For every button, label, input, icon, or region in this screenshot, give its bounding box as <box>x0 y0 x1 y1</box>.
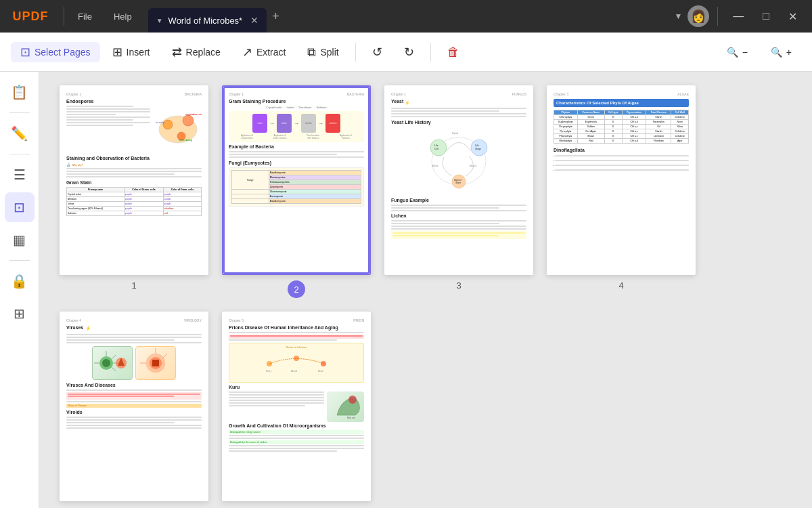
svg-point-37 <box>321 361 326 366</box>
page-content-1: Chapter 1BACTERIA Endospores <box>66 92 202 268</box>
insert-button[interactable]: ⊞ Insert <box>103 42 160 62</box>
svg-text:Life: Life <box>434 144 438 147</box>
titlebar: UPDF File Help ▼ World of Microbes* ✕ + … <box>0 0 812 33</box>
rotate-left-button[interactable]: ↺ <box>363 42 392 62</box>
rotate-right-icon: ↻ <box>404 46 414 58</box>
zoom-in-icon: 🔍 <box>771 47 782 58</box>
svg-text:Meiosis: Meiosis <box>470 165 477 167</box>
sidebar-sep-1 <box>9 112 30 113</box>
split-button[interactable]: ⧉ Split <box>298 42 348 62</box>
page-title-1: Endospores <box>66 99 202 104</box>
zoom-out-label: − <box>742 47 748 58</box>
page-header-1: Chapter 1BACTERIA <box>66 92 202 96</box>
page-frame-2[interactable]: Chapter 1BACTERIA Gram Staining Procedur… <box>222 85 371 275</box>
viroids-title: Viroids <box>66 410 202 415</box>
titlebar-right-divider <box>717 7 718 26</box>
svg-text:Diploid: Diploid <box>452 132 459 135</box>
algae-table: Phylum Common Name Cell type Pigmentatio… <box>554 110 689 144</box>
svg-line-24 <box>112 355 116 359</box>
page-header-6: Chapter 5PRION <box>229 318 364 322</box>
dinoflagellata-title: Dinoflagellata <box>554 148 689 152</box>
maximize-button[interactable]: □ <box>756 10 776 22</box>
page-frame-3[interactable]: Chapter 1FUNGUS Yeast ⚡ Yeast Life Histo… <box>384 85 533 275</box>
page-number-2: 2 <box>288 280 305 298</box>
avatar[interactable]: 👩 <box>687 5 709 27</box>
page-frame-1[interactable]: Chapter 1BACTERIA Endospores <box>60 85 208 275</box>
active-tab[interactable]: ▼ World of Microbes* ✕ <box>148 8 267 33</box>
zoom-in-label: + <box>786 47 792 58</box>
svg-text:Cell: Cell <box>434 148 438 150</box>
sidebar-layout-icon[interactable]: ▦ <box>5 225 35 255</box>
sidebar-list-icon[interactable]: ☰ <box>5 160 35 190</box>
page-frame-4[interactable]: Chapter 3ALGAE Characteristics Of Select… <box>547 85 696 275</box>
tab-close-button[interactable]: ✕ <box>250 15 258 26</box>
viruses-diseases-title: Viruses And Diseases <box>66 383 202 387</box>
insert-label: Insert <box>127 47 150 58</box>
extract-label: Extract <box>256 47 286 58</box>
sidebar-pages-icon[interactable]: ⊡ <box>5 192 35 222</box>
left-sidebar: 📋 ✏️ ☰ ⊡ ▦ 🔒 ⊞ <box>0 72 39 508</box>
page-thumb-1[interactable]: Chapter 1BACTERIA Endospores <box>60 85 208 298</box>
sidebar-sep-3 <box>9 260 30 261</box>
sidebar-table-icon[interactable]: ⊞ <box>5 299 35 329</box>
menu-help[interactable]: Help <box>103 0 143 33</box>
page-content-2: Chapter 1BACTERIA Gram Staining Procedur… <box>229 92 364 268</box>
svg-point-1 <box>183 115 194 126</box>
delete-button[interactable]: 🗑 <box>438 42 469 62</box>
page-title-4: Characteristics Of Selected Phyla Of Alg… <box>556 101 686 105</box>
page-content-3: Chapter 1FUNGUS Yeast ⚡ Yeast Life Histo… <box>391 92 526 268</box>
close-window-button[interactable]: ✕ <box>782 10 804 23</box>
tab-add-button[interactable]: + <box>272 9 279 24</box>
sidebar-sep-2 <box>9 154 30 154</box>
main-layout: 📋 ✏️ ☰ ⊡ ▦ 🔒 ⊞ Chapter 1BACTERIA Endospo… <box>0 72 812 508</box>
svg-line-26 <box>112 367 116 371</box>
rotate-right-button[interactable]: ↻ <box>394 42 424 62</box>
yeast-history-title: Yeast Life History <box>391 120 526 125</box>
page-thumb-2[interactable]: Chapter 1BACTERIA Gram Staining Procedur… <box>222 85 371 298</box>
svg-text:Entry: Entry <box>266 370 271 373</box>
toolbar: ⊡ Select Pages ⊞ Insert ⇄ Replace ↗ Extr… <box>0 33 812 72</box>
svg-text:State: State <box>455 182 461 184</box>
toolbar-right: 🔍 − 🔍 + <box>717 43 801 62</box>
zoom-in-button[interactable]: 🔍 + <box>761 43 801 62</box>
replace-icon: ⇄ <box>172 46 182 58</box>
tab-list-arrow[interactable]: ▼ <box>674 12 682 21</box>
sidebar-seal-icon[interactable]: 🔒 <box>5 266 35 296</box>
section-title-1a: Staining and Observation of Bacteria <box>66 156 202 161</box>
page-title-6: Prions Disease Of Human Inheritance And … <box>229 325 364 330</box>
page-header-3: Chapter 1FUNGUS <box>391 92 526 96</box>
page-content-6: Chapter 5PRION Prions Disease Of Human I… <box>229 318 364 494</box>
menu-file[interactable]: File <box>67 0 103 33</box>
page-frame-6[interactable]: Chapter 5PRION Prions Disease Of Human I… <box>222 312 371 501</box>
kuru-title: Kuru <box>229 385 364 389</box>
page-title-2: Gram Staining Procedure <box>229 99 364 104</box>
extract-icon: ↗ <box>242 46 252 58</box>
growth-cultivation-title: Growth And Cultivation Of Microorganisms <box>229 423 364 428</box>
page-number-3: 3 <box>456 280 461 291</box>
svg-text:Life: Life <box>475 144 479 147</box>
example-bacteria-title: Example of Bacteria <box>229 144 364 149</box>
page-frame-5[interactable]: Chapter 4VIROLOGY Viruses ⚡ <box>60 312 208 501</box>
page-thumb-5[interactable]: Chapter 4VIROLOGY Viruses ⚡ <box>60 312 208 508</box>
page-number-4: 4 <box>618 280 623 291</box>
page-thumb-4[interactable]: Chapter 3ALGAE Characteristics Of Select… <box>547 85 696 298</box>
page-thumb-3[interactable]: Chapter 1FUNGUS Yeast ⚡ Yeast Life Histo… <box>384 85 533 298</box>
sidebar-brush-icon[interactable]: ✏️ <box>5 119 35 148</box>
split-label: Split <box>320 47 338 58</box>
minimize-button[interactable]: — <box>726 10 750 22</box>
page-header-2: Chapter 1BACTERIA <box>229 92 364 96</box>
page-thumb-6[interactable]: Chapter 5PRION Prions Disease Of Human I… <box>222 312 371 508</box>
select-pages-button[interactable]: ⊡ Select Pages <box>11 42 100 62</box>
extract-button[interactable]: ↗ Extract <box>233 42 296 62</box>
zoom-out-button[interactable]: 🔍 − <box>717 43 757 62</box>
svg-text:Sporulating: Sporulating <box>179 138 192 142</box>
app-logo: UPDF <box>0 9 61 24</box>
page-header-4: Chapter 3ALGAE <box>554 92 689 96</box>
replace-button[interactable]: ⇄ Replace <box>162 42 230 62</box>
tab-arrow-icon[interactable]: ▼ <box>156 17 163 24</box>
page-number-1: 1 <box>131 280 136 291</box>
page-content-5: Chapter 4VIROLOGY Viruses ⚡ <box>66 318 202 494</box>
replace-label: Replace <box>186 47 221 58</box>
sidebar-doc-icon[interactable]: 📋 <box>5 77 35 107</box>
svg-rect-31 <box>152 360 159 366</box>
